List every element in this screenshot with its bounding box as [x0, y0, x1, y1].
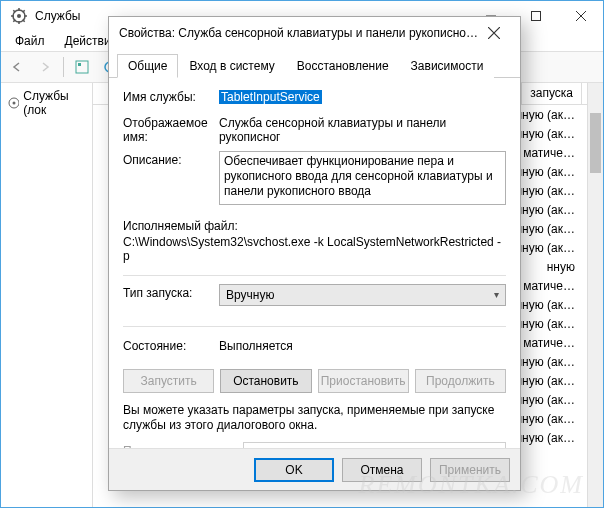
separator — [63, 57, 64, 77]
forward-button[interactable] — [33, 55, 57, 79]
ok-button[interactable]: OK — [254, 458, 334, 482]
tree-root-item[interactable]: Службы (лок — [5, 87, 88, 119]
scrollbar-thumb[interactable] — [590, 113, 601, 173]
tree-root-label: Службы (лок — [23, 89, 86, 117]
label-status: Состояние: — [123, 337, 219, 353]
value-service-name: TabletInputService — [219, 88, 506, 104]
properties-dialog: Свойства: Служба сенсорной клавиатуры и … — [108, 16, 521, 491]
cancel-button[interactable]: Отмена — [342, 458, 422, 482]
col-startup[interactable]: запуска — [521, 83, 581, 104]
back-button[interactable] — [5, 55, 29, 79]
dialog-title: Свойства: Служба сенсорной клавиатуры и … — [119, 26, 478, 40]
services-icon — [11, 8, 27, 24]
apply-button: Применить — [430, 458, 510, 482]
svg-point-1 — [17, 14, 21, 18]
label-executable: Исполняемый файл: — [123, 219, 506, 233]
tab-recovery[interactable]: Восстановление — [286, 54, 400, 78]
general-tab-panel: Имя службы: TabletInputService Отображае… — [109, 78, 520, 478]
startup-type-select[interactable]: Вручную ▾ — [219, 284, 506, 306]
menu-file[interactable]: Файл — [5, 32, 55, 50]
tab-strip: Общие Вход в систему Восстановление Зави… — [109, 49, 520, 78]
dialog-footer: OK Отмена Применить — [109, 448, 520, 490]
value-display-name: Служба сенсорной клавиатуры и панели рук… — [219, 114, 506, 144]
close-button[interactable] — [558, 1, 603, 31]
tab-general[interactable]: Общие — [117, 54, 178, 78]
params-hint: Вы можете указать параметры запуска, при… — [123, 403, 506, 434]
value-status: Выполняется — [219, 337, 506, 353]
chevron-down-icon: ▾ — [494, 289, 499, 300]
tab-dependencies[interactable]: Зависимости — [400, 54, 495, 78]
left-panel: Службы (лок — [1, 83, 93, 507]
svg-rect-2 — [531, 12, 540, 21]
stop-button[interactable]: Остановить — [220, 369, 311, 393]
tab-logon[interactable]: Вход в систему — [178, 54, 285, 78]
startup-type-value: Вручную — [226, 288, 274, 302]
label-startup-type: Тип запуска: — [123, 284, 219, 300]
value-executable: C:\Windows\System32\svchost.exe -k Local… — [123, 235, 506, 263]
pause-button: Приостановить — [318, 369, 409, 393]
label-description: Описание: — [123, 151, 219, 167]
label-display-name: Отображаемое имя: — [123, 114, 219, 145]
vertical-scrollbar[interactable] — [587, 83, 603, 507]
dialog-titlebar: Свойства: Служба сенсорной клавиатуры и … — [109, 17, 520, 49]
start-button: Запустить — [123, 369, 214, 393]
svg-rect-4 — [78, 63, 81, 66]
svg-rect-3 — [76, 61, 88, 73]
gear-icon — [7, 96, 19, 110]
tool-icon-1[interactable] — [70, 55, 94, 79]
svg-point-7 — [13, 102, 16, 105]
label-service-name: Имя службы: — [123, 88, 219, 104]
value-description[interactable]: Обеспечивает функционирование пера и рук… — [219, 151, 506, 205]
dialog-close-button[interactable] — [478, 17, 510, 49]
resume-button: Продолжить — [415, 369, 506, 393]
